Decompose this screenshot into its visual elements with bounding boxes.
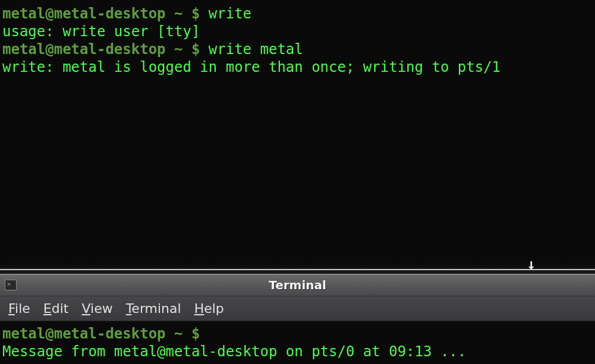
command-text: write metal xyxy=(209,41,303,58)
terminal-pane-bottom[interactable]: metal@metal-desktop ~ $ Message from met… xyxy=(0,321,595,364)
menu-file[interactable]: File xyxy=(8,301,30,316)
menu-terminal[interactable]: Terminal xyxy=(126,301,181,316)
menu-view-rest: iew xyxy=(90,301,113,316)
output-text: usage: write user [tty] xyxy=(2,23,200,40)
terminal-line: Message from metal@metal-desktop on pts/… xyxy=(2,343,593,360)
prompt-symbol: $ xyxy=(191,41,200,58)
menu-view[interactable]: View xyxy=(81,301,112,316)
divider-line xyxy=(0,269,595,270)
menubar: File Edit View Terminal Help xyxy=(0,296,595,321)
menu-help-rest: elp xyxy=(204,301,224,316)
prompt-path: ~ xyxy=(174,41,182,58)
prompt-symbol: $ xyxy=(191,5,200,22)
terminal-line: usage: write user [tty] xyxy=(2,23,593,40)
menu-terminal-rest: erminal xyxy=(131,301,181,316)
output-text: write: metal is logged in more than once… xyxy=(2,59,500,75)
window-divider: ↓ xyxy=(0,263,595,274)
terminal-app-icon xyxy=(5,280,17,290)
terminal-line: metal@metal-desktop ~ $ write metal xyxy=(2,40,593,58)
prompt-symbol: $ xyxy=(191,325,200,342)
terminal-pane-top[interactable]: metal@metal-desktop ~ $ write usage: wri… xyxy=(0,0,595,263)
command-text: write xyxy=(209,5,251,22)
menu-edit-rest: dit xyxy=(52,301,69,316)
prompt-path: ~ xyxy=(174,5,182,22)
terminal-line: metal@metal-desktop ~ $ write xyxy=(2,5,593,23)
prompt-user: metal@metal-desktop xyxy=(2,5,166,22)
window-titlebar[interactable]: Terminal xyxy=(0,274,595,296)
output-text: Message from metal@metal-desktop on pts/… xyxy=(2,343,466,360)
terminal-line: write: metal is logged in more than once… xyxy=(2,58,593,76)
menu-edit[interactable]: Edit xyxy=(43,301,69,316)
prompt-user: metal@metal-desktop xyxy=(2,325,166,342)
prompt-path: ~ xyxy=(174,325,182,342)
terminal-line: metal@metal-desktop ~ $ xyxy=(2,325,593,343)
menu-help[interactable]: Help xyxy=(194,301,224,316)
menu-file-rest: ile xyxy=(15,301,30,316)
window-title: Terminal xyxy=(21,278,574,292)
prompt-user: metal@metal-desktop xyxy=(2,41,166,58)
